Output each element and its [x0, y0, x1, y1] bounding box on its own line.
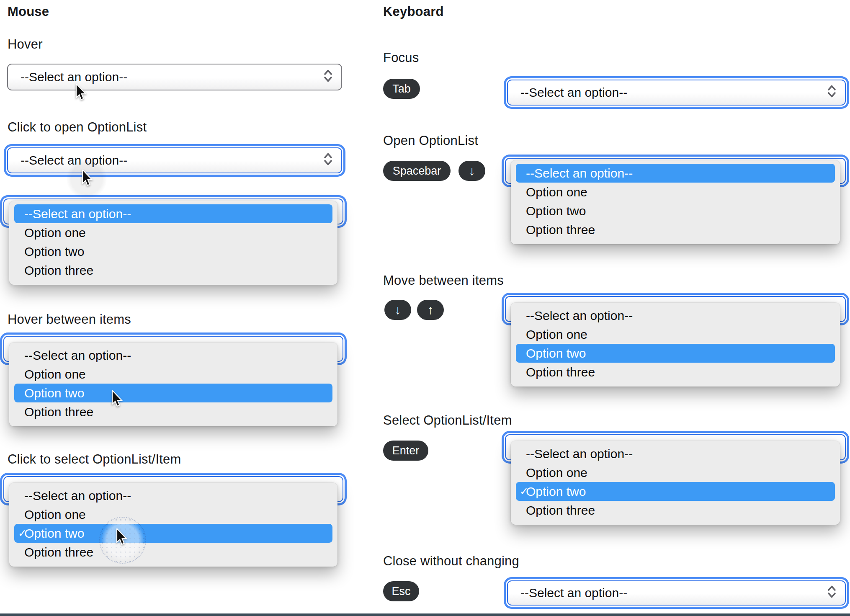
- open-optionlist-heading: Open OptionList: [383, 133, 478, 148]
- select-hover[interactable]: --Select an option--: [7, 64, 342, 90]
- section-divider: [0, 613, 850, 616]
- option-item-placeholder[interactable]: --Select an option--: [516, 444, 835, 463]
- option-item-two[interactable]: Option two: [516, 201, 835, 220]
- option-item-three[interactable]: Option three: [14, 402, 332, 421]
- select-stepper-icon: [323, 69, 333, 86]
- option-item-three[interactable]: Option three: [14, 261, 332, 280]
- option-item-two[interactable]: Option two: [14, 242, 332, 261]
- optionlist-panel: --Select an option-- Option one ✓ Option…: [511, 441, 840, 525]
- optionlist-panel: --Select an option-- Option one Option t…: [9, 343, 337, 426]
- option-item-placeholder[interactable]: --Select an option--: [516, 306, 835, 325]
- option-item-one[interactable]: Option one: [516, 463, 835, 482]
- key-badge-arrow-down: ↓: [384, 300, 411, 320]
- option-item-one[interactable]: Option one: [14, 223, 332, 242]
- click-select-heading: Click to select OptionList/Item: [8, 452, 181, 467]
- option-item-placeholder[interactable]: --Select an option--: [14, 204, 332, 223]
- optionlist-click-select: --Select an option-- Option one ✓ Option…: [3, 476, 343, 567]
- checkmark-icon: ✓: [520, 485, 528, 497]
- key-badge-arrow-up: ↑: [417, 300, 444, 320]
- optionlist-open: --Select an option-- Option one Option t…: [505, 158, 846, 244]
- optionlist-panel: --Select an option-- Option one Option t…: [9, 201, 337, 285]
- select-stepper-icon: [323, 152, 333, 169]
- option-item-placeholder[interactable]: --Select an option--: [516, 164, 835, 183]
- optionlist-move: --Select an option-- Option one Option t…: [505, 296, 846, 387]
- select-close[interactable]: --Select an option--: [507, 580, 846, 606]
- page: Mouse Hover --Select an option-- Click t…: [0, 0, 850, 616]
- mouse-column-title: Mouse: [8, 4, 49, 19]
- option-item-two-hovered[interactable]: Option two: [14, 384, 332, 402]
- option-item-two-selected[interactable]: ✓ Option two: [516, 482, 835, 501]
- cursor-pointer-icon: [82, 170, 93, 188]
- key-badge-arrow-down: ↓: [458, 161, 485, 181]
- select-value: --Select an option--: [520, 586, 627, 600]
- select-value: --Select an option--: [21, 70, 127, 84]
- optionlist-hover-items: --Select an option-- Option one Option t…: [3, 336, 343, 426]
- hover-heading: Hover: [8, 37, 43, 52]
- move-items-heading: Move between items: [383, 273, 504, 288]
- focus-heading: Focus: [383, 50, 419, 65]
- option-item-one[interactable]: Option one: [14, 365, 332, 384]
- option-item-placeholder[interactable]: --Select an option--: [14, 486, 332, 505]
- hover-items-heading: Hover between items: [8, 312, 131, 327]
- optionlist-panel: --Select an option-- Option one ✓ Option…: [9, 483, 337, 567]
- close-heading: Close without changing: [383, 554, 519, 569]
- optionlist-panel: --Select an option-- Option one Option t…: [511, 303, 840, 387]
- key-badge-esc: Esc: [383, 581, 419, 601]
- option-item-one[interactable]: Option one: [516, 183, 835, 201]
- option-item-two-selected[interactable]: ✓ Option two: [14, 524, 332, 543]
- key-badge-enter: Enter: [383, 441, 428, 461]
- select-focus[interactable]: --Select an option--: [507, 80, 846, 106]
- select-stepper-icon: [827, 84, 837, 101]
- option-item-one[interactable]: Option one: [516, 325, 835, 344]
- select-stepper-icon: [827, 585, 837, 602]
- optionlist-panel: --Select an option-- Option one Option t…: [511, 160, 840, 244]
- optionlist-select: --Select an option-- Option one ✓ Option…: [505, 434, 846, 525]
- option-item-label: Option two: [24, 526, 84, 541]
- key-badge-spacebar: Spacebar: [383, 161, 451, 181]
- optionlist-click-open: --Select an option-- Option one Option t…: [3, 198, 343, 285]
- option-item-one[interactable]: Option one: [14, 505, 332, 524]
- option-item-three[interactable]: Option three: [516, 363, 835, 381]
- option-item-three[interactable]: Option three: [516, 501, 835, 520]
- cursor-pointer-icon: [75, 84, 87, 102]
- option-item-three[interactable]: Option three: [14, 543, 332, 562]
- cursor-pointer-icon: [111, 390, 123, 409]
- select-click-open[interactable]: --Select an option--: [7, 147, 342, 173]
- option-item-placeholder[interactable]: --Select an option--: [14, 346, 332, 365]
- key-badge-tab: Tab: [383, 79, 420, 99]
- option-item-label: Option two: [526, 485, 586, 499]
- select-item-heading: Select OptionList/Item: [383, 413, 512, 428]
- option-item-two-active[interactable]: Option two: [516, 344, 835, 363]
- cursor-pointer-icon: [116, 528, 128, 547]
- checkmark-icon: ✓: [18, 527, 27, 539]
- keyboard-column-title: Keyboard: [383, 4, 444, 19]
- option-item-three[interactable]: Option three: [516, 220, 835, 239]
- select-value: --Select an option--: [520, 85, 627, 100]
- click-open-heading: Click to open OptionList: [8, 120, 147, 135]
